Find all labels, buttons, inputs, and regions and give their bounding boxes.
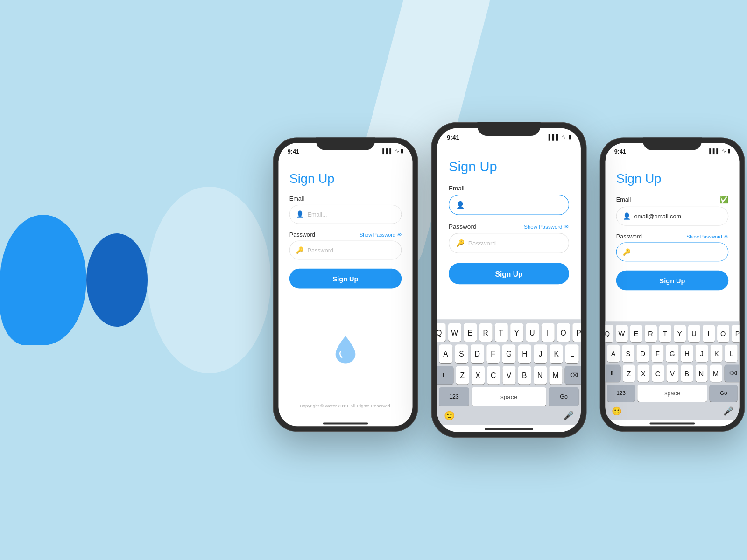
key-z-right[interactable]: Z xyxy=(623,364,635,382)
key-123-middle[interactable]: 123 xyxy=(439,387,469,406)
show-password-right[interactable]: Show Password 👁 xyxy=(686,234,728,239)
screen-middle: 9:41 ▌▌▌ ∿ ▮ Sign Up Email 👤 xyxy=(437,128,581,432)
key-go-middle[interactable]: Go xyxy=(549,387,579,406)
key-space-middle[interactable]: space xyxy=(472,387,547,406)
show-password-label-right: Show Password xyxy=(686,234,722,239)
key-row-4-middle: 123 space Go xyxy=(439,387,579,406)
email-input-left[interactable]: 👤 Email... xyxy=(289,205,402,224)
key-n-right[interactable]: N xyxy=(695,364,707,382)
wifi-icon-middle: ∿ xyxy=(562,134,566,140)
key-s-middle[interactable]: S xyxy=(455,344,468,363)
key-o-middle[interactable]: O xyxy=(557,323,570,342)
title-right: Sign Up xyxy=(616,172,729,186)
key-i-right[interactable]: I xyxy=(703,325,715,342)
signup-button-middle[interactable]: Sign Up xyxy=(449,263,569,285)
home-bar-middle xyxy=(437,425,581,432)
battery-icon-left: ▮ xyxy=(401,148,403,154)
email-input-middle[interactable]: 👤 xyxy=(449,195,569,215)
key-v-middle[interactable]: V xyxy=(502,366,515,385)
key-b-middle[interactable]: B xyxy=(518,366,531,385)
key-a-middle[interactable]: A xyxy=(439,344,452,363)
bg-decoration-br xyxy=(148,187,271,373)
key-t-middle[interactable]: T xyxy=(494,323,507,342)
key-shift-middle[interactable]: ⬆ xyxy=(437,366,453,385)
key-g-right[interactable]: G xyxy=(666,345,679,362)
key-u-middle[interactable]: U xyxy=(526,323,539,342)
show-password-left[interactable]: Show Password 👁 xyxy=(359,232,402,238)
key-v-right[interactable]: V xyxy=(666,364,678,382)
emoji-icon-middle[interactable]: 🙂 xyxy=(444,411,455,421)
signup-button-left[interactable]: Sign Up xyxy=(289,269,402,289)
key-s-right[interactable]: S xyxy=(622,345,634,362)
key-a-right[interactable]: A xyxy=(607,345,620,362)
password-input-right[interactable]: 🔑 xyxy=(616,242,729,261)
key-o-right[interactable]: O xyxy=(717,325,729,342)
key-z-middle[interactable]: Z xyxy=(456,366,469,385)
key-space-right[interactable]: space xyxy=(637,385,707,402)
signup-button-right[interactable]: Sign Up xyxy=(616,271,729,291)
key-j-right[interactable]: J xyxy=(696,345,708,362)
bg-decoration-bl xyxy=(86,233,148,327)
key-g-middle[interactable]: G xyxy=(502,344,516,363)
key-l-right[interactable]: L xyxy=(725,345,738,362)
key-x-middle[interactable]: X xyxy=(471,366,484,385)
mic-icon-right[interactable]: 🎤 xyxy=(723,406,733,416)
key-i-middle[interactable]: I xyxy=(541,323,554,342)
key-t-right[interactable]: T xyxy=(659,325,671,342)
key-l-middle[interactable]: L xyxy=(565,344,579,363)
key-f-middle[interactable]: F xyxy=(486,344,500,363)
key-e-right[interactable]: E xyxy=(630,325,642,342)
key-w-middle[interactable]: W xyxy=(448,323,461,342)
key-row-3-middle: ⬆ Z X C V B N M ⌫ xyxy=(439,366,579,385)
key-r-right[interactable]: R xyxy=(644,325,656,342)
password-label-right: Password xyxy=(616,233,642,240)
show-password-label-left: Show Password xyxy=(359,232,395,238)
key-w-right[interactable]: W xyxy=(615,325,627,342)
key-m-right[interactable]: M xyxy=(710,364,722,382)
emoji-icon-right[interactable]: 🙂 xyxy=(612,406,621,416)
key-k-middle[interactable]: K xyxy=(550,344,563,363)
notch-left xyxy=(316,137,375,150)
password-label-row-left: Password Show Password 👁 xyxy=(289,231,402,238)
show-password-label-middle: Show Password xyxy=(524,224,562,229)
key-d-right[interactable]: D xyxy=(636,345,649,362)
password-input-left[interactable]: 🔑 Password... xyxy=(289,241,402,260)
key-x-right[interactable]: X xyxy=(637,364,649,382)
key-p-right[interactable]: P xyxy=(732,325,740,342)
home-bar-line-left xyxy=(323,423,368,425)
email-input-right[interactable]: 👤 email@email.com xyxy=(616,207,729,226)
key-h-middle[interactable]: H xyxy=(518,344,532,363)
key-d-middle[interactable]: D xyxy=(471,344,484,363)
key-c-middle[interactable]: C xyxy=(487,366,500,385)
key-delete-middle[interactable]: ⌫ xyxy=(564,366,581,385)
key-p-middle[interactable]: P xyxy=(572,323,581,342)
key-go-right[interactable]: Go xyxy=(710,385,738,402)
key-f-right[interactable]: F xyxy=(651,345,664,362)
key-j-middle[interactable]: J xyxy=(534,344,547,363)
key-m-middle[interactable]: M xyxy=(549,366,562,385)
user-icon-right: 👤 xyxy=(623,212,630,220)
key-h-right[interactable]: H xyxy=(681,345,693,362)
key-delete-right[interactable]: ⌫ xyxy=(724,364,739,382)
key-q-middle[interactable]: Q xyxy=(437,323,445,342)
key-y-middle[interactable]: Y xyxy=(510,323,523,342)
key-y-right[interactable]: Y xyxy=(673,325,685,342)
key-shift-right[interactable]: ⬆ xyxy=(605,364,620,382)
key-r-middle[interactable]: R xyxy=(479,323,492,342)
key-q-right[interactable]: Q xyxy=(605,325,613,342)
show-password-middle[interactable]: Show Password 👁 xyxy=(524,224,569,229)
status-icons-left: ▌▌▌ ∿ ▮ xyxy=(382,148,403,154)
key-123-right[interactable]: 123 xyxy=(607,385,635,402)
key-k-right[interactable]: K xyxy=(710,345,723,362)
keyboard-right: Q W E R T Y U I O P A S D F G H xyxy=(605,321,739,420)
key-n-middle[interactable]: N xyxy=(534,366,547,385)
key-u-right[interactable]: U xyxy=(688,325,700,342)
mic-icon-middle[interactable]: 🎤 xyxy=(563,411,574,421)
time-left: 9:41 xyxy=(288,148,299,155)
key-e-middle[interactable]: E xyxy=(464,323,477,342)
password-input-middle[interactable]: 🔑 Password... xyxy=(449,233,569,253)
key-icon-left: 🔑 xyxy=(296,246,303,254)
key-b-right[interactable]: B xyxy=(681,364,693,382)
key-c-right[interactable]: C xyxy=(652,364,664,382)
key-icon-right: 🔑 xyxy=(623,248,630,256)
